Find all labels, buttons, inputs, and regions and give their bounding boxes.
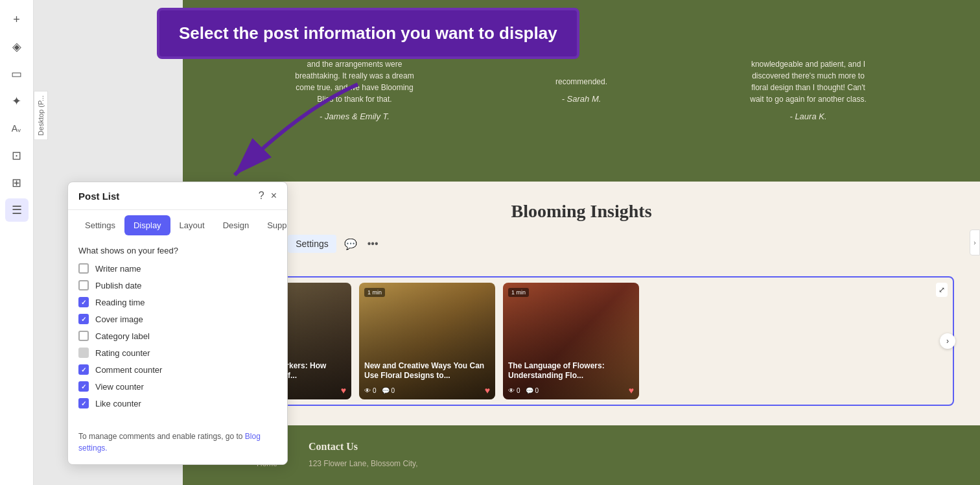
blog-cards-container: 1 min Fragranced Coworkers: How Flowers … — [209, 276, 954, 406]
manage-posts-bar: Manage Posts Settings 💬 ••• — [209, 235, 954, 253]
post-list-panel: Post List ? × Settings Display Layout De… — [67, 182, 288, 465]
checkbox-comment-counter: Comment counter — [78, 364, 277, 375]
panel-nav-support[interactable]: Support — [258, 215, 288, 235]
pages-icon[interactable]: ▭ — [5, 62, 29, 86]
checkbox-reading-time-input[interactable] — [78, 297, 89, 307]
checkbox-reading-time: Reading time — [78, 297, 277, 307]
panel-nav-settings[interactable]: Settings — [76, 215, 124, 235]
checkbox-comment-counter-input[interactable] — [78, 364, 89, 375]
blog-cards: 1 min Fragranced Coworkers: How Flowers … — [215, 283, 948, 399]
checkbox-category-label: Category label — [78, 331, 277, 341]
card-3-views: 👁 0 — [508, 387, 520, 394]
panel-nav-display[interactable]: Display — [124, 215, 170, 235]
apps-icon[interactable]: ⊞ — [5, 171, 29, 195]
checkbox-like-counter-label: Like counter — [95, 399, 141, 408]
checkbox-cover-image-label: Cover image — [95, 314, 143, 324]
checkbox-cover-image-input[interactable] — [78, 314, 89, 324]
website-preview: and the arrangements were breathtaking. … — [183, 0, 980, 485]
card-2-heart: ♥ — [485, 385, 490, 396]
desktop-label: Desktop (P... — [34, 91, 48, 140]
testimonial-1: and the arrangements were breathtaking. … — [290, 58, 419, 123]
card-2-comments: 💬 0 — [382, 387, 395, 394]
canvas-area: Desktop (P... and the arrangements were … — [34, 0, 980, 485]
blog-icon[interactable]: ☰ — [5, 198, 29, 222]
checkbox-like-counter: Like counter — [78, 398, 277, 408]
footer-contact-col: Contact Us 123 Flower Lane, Blossom City… — [309, 441, 418, 470]
blog-card-3[interactable]: 1 min The Language of Flowers: Understan… — [503, 283, 639, 399]
panel-header: Post List ? × — [68, 182, 287, 210]
panel-header-icons: ? × — [259, 190, 277, 202]
checkbox-rating-counter-label: Rating counter — [95, 348, 150, 358]
footer-section: ✿ Menu Home Contact Us 123 Flower Lane, … — [183, 425, 980, 485]
text-icon[interactable]: Aᵥ — [5, 117, 29, 140]
card-3-heart: ♥ — [629, 385, 634, 396]
checkbox-rating-counter-input[interactable] — [78, 348, 89, 358]
panel-nav-layout[interactable]: Layout — [170, 215, 214, 235]
expand-icon[interactable]: ⤢ — [936, 283, 948, 297]
card-3-title: The Language of Flowers: Understanding F… — [508, 361, 634, 381]
card-3-comments: 💬 0 — [526, 387, 539, 394]
card-3-footer: 👁 0 💬 0 ♥ — [508, 385, 634, 396]
testimonial-2: recommended. - Sarah M. — [555, 76, 607, 106]
checkbox-reading-time-label: Reading time — [95, 298, 145, 307]
tooltip-banner: Select the post information you want to … — [157, 8, 579, 59]
checkbox-writer-name-label: Writer name — [95, 264, 141, 274]
more-options-button[interactable]: ••• — [365, 235, 381, 252]
checkbox-view-counter-label: View counter — [95, 382, 144, 392]
panel-content: What shows on your feed? Writer name Pub… — [68, 235, 287, 425]
checkbox-publish-date-input[interactable] — [78, 280, 89, 290]
blog-title: Blooming Insights — [209, 201, 954, 222]
right-collapse-button[interactable]: › — [970, 230, 980, 255]
blog-card-2[interactable]: 1 min New and Creative Ways You Can Use … — [359, 283, 495, 399]
card-1-heart: ♥ — [341, 385, 346, 396]
blog-section: Blooming Insights Manage Posts Settings … — [183, 182, 980, 425]
panel-nav: Settings Display Layout Design Support — [68, 210, 287, 235]
card-2-title: New and Creative Ways You Can Use Floral… — [364, 361, 490, 381]
card-2-views: 👁 0 — [364, 387, 377, 394]
panel-title: Post List — [78, 191, 119, 202]
checkbox-rating-counter: Rating counter — [78, 348, 277, 358]
media-icon[interactable]: ⊡ — [5, 144, 29, 167]
checkbox-cover-image: Cover image — [78, 314, 277, 324]
widget-badge: Widget — [209, 259, 954, 276]
checkbox-writer-name-input[interactable] — [78, 263, 89, 274]
checkbox-like-counter-input[interactable] — [78, 398, 89, 408]
card-2-time: 1 min — [364, 288, 385, 297]
checkbox-comment-counter-label: Comment counter — [95, 365, 162, 375]
panel-footer: To manage comments and enable ratings, g… — [68, 425, 287, 464]
settings-tab-button[interactable]: Settings — [288, 235, 336, 253]
checkbox-publish-date-label: Publish date — [95, 281, 142, 290]
checkbox-category-label-label: Category label — [95, 331, 150, 341]
checkbox-view-counter: View counter — [78, 381, 277, 392]
panel-close-button[interactable]: × — [271, 190, 277, 202]
checkbox-writer-name: Writer name — [78, 263, 277, 274]
card-3-time: 1 min — [508, 288, 529, 297]
add-icon[interactable]: + — [5, 8, 29, 31]
card-2-footer: 👁 0 💬 0 ♥ — [364, 385, 490, 396]
left-toolbar: + ◈ ▭ ✦ Aᵥ ⊡ ⊞ ☰ — [0, 0, 34, 485]
testimonial-3: knowledgeable and patient, and I discove… — [743, 58, 873, 123]
chat-icon-button[interactable]: 💬 — [342, 235, 360, 253]
checkbox-publish-date: Publish date — [78, 280, 277, 290]
panel-subtitle: What shows on your feed? — [78, 246, 277, 255]
panel-nav-design[interactable]: Design — [214, 215, 258, 235]
elements-icon[interactable]: ✦ — [5, 89, 29, 113]
checkbox-category-label-input[interactable] — [78, 331, 89, 341]
checkbox-view-counter-input[interactable] — [78, 381, 89, 392]
cards-next-button[interactable]: › — [940, 333, 955, 349]
layers-icon[interactable]: ◈ — [5, 35, 29, 58]
panel-help-button[interactable]: ? — [259, 190, 264, 202]
